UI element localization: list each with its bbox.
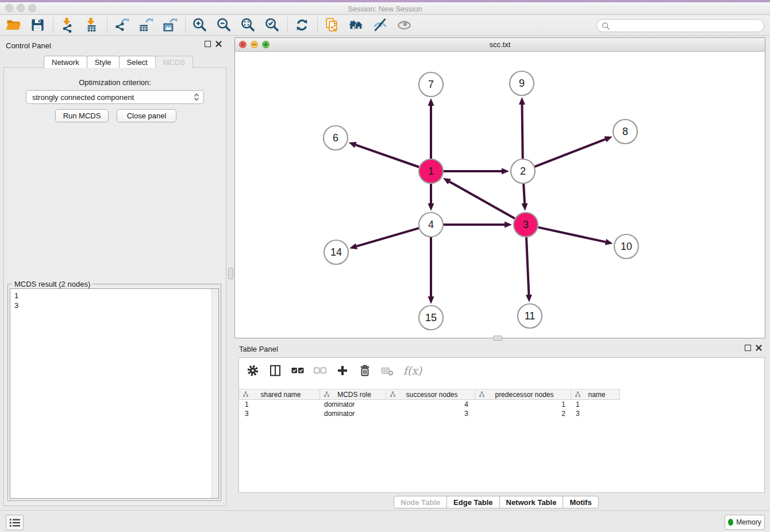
criterion-selected-value: strongly connected component <box>32 93 193 102</box>
graph-node-label: 9 <box>519 78 525 89</box>
tab-style[interactable]: Style <box>87 56 120 68</box>
run-mcds-button[interactable]: Run MCDS <box>55 109 109 122</box>
column-header-predecessor-nodes[interactable]: predecessor nodes <box>475 390 571 399</box>
task-history-button[interactable] <box>6 515 24 530</box>
show-all-networks-button[interactable] <box>347 17 364 34</box>
select-all-columns-button[interactable] <box>291 364 305 377</box>
export-table-button[interactable] <box>137 17 154 34</box>
graph-edge-arrowhead <box>526 295 532 302</box>
show-graphics-details-icon <box>372 17 388 33</box>
network-view-window: scc.txt 1234678910111415 <box>234 37 765 338</box>
table-cell[interactable]: dominator <box>320 410 386 419</box>
show-graphics-details-button[interactable] <box>371 17 388 34</box>
network-canvas[interactable]: 1234678910111415 <box>235 52 765 337</box>
graph-edge-1-6[interactable] <box>356 145 419 167</box>
function-builder-icon: f(x) <box>403 364 422 377</box>
memory-label: Memory <box>736 518 761 526</box>
table-cell[interactable]: 1 <box>475 400 571 410</box>
unselect-all-columns-button[interactable] <box>313 364 327 377</box>
graph-edge-2-3[interactable] <box>523 184 525 203</box>
tab-select[interactable]: Select <box>119 56 156 68</box>
mcds-result-text[interactable]: 13 <box>10 288 219 499</box>
tab-node-table[interactable]: Node Table <box>394 496 447 508</box>
graph-edge-arrowhead <box>349 142 357 148</box>
mcds-panel: Optimization criterion: strongly connect… <box>3 67 226 506</box>
close-panel-button[interactable]: Close panel <box>117 109 176 122</box>
table-cell[interactable]: 2 <box>475 410 571 419</box>
graph-edge-3-10[interactable] <box>538 228 605 242</box>
graph-node-label: 1 <box>428 165 434 177</box>
tab-edge-table[interactable]: Edge Table <box>446 496 499 508</box>
table-cell[interactable]: 1 <box>239 400 320 410</box>
search-input[interactable] <box>613 21 759 30</box>
export-image-button[interactable] <box>161 17 178 34</box>
vertical-splitter-grip[interactable] <box>228 268 233 279</box>
graph-edge-2-8[interactable] <box>535 139 606 167</box>
zoom-in-button[interactable] <box>191 17 208 34</box>
optimization-criterion-select[interactable]: strongly connected component <box>26 90 204 104</box>
tab-network-table[interactable]: Network Table <box>499 496 564 508</box>
float-table-panel-icon[interactable] <box>745 345 751 351</box>
column-header-name[interactable]: name <box>571 390 620 399</box>
result-scrollbar[interactable] <box>211 289 218 498</box>
toolbar-separator <box>317 17 318 33</box>
status-bar: Memory <box>0 510 770 532</box>
column-header-successor-nodes[interactable]: successor nodes <box>386 390 475 399</box>
float-panel-icon[interactable] <box>205 41 211 47</box>
column-type-icon <box>479 391 485 398</box>
graph-edge-arrowhead <box>519 97 525 105</box>
table-cell[interactable]: 3 <box>239 410 320 419</box>
graph-node-label: 15 <box>425 312 437 323</box>
open-session-button[interactable] <box>5 17 22 34</box>
apply-preferred-layout-icon <box>294 17 310 33</box>
new-network-from-selection-button[interactable] <box>323 17 340 34</box>
mcds-result-title: MCDS result (2 nodes) <box>12 280 93 288</box>
graph-edge-2-9[interactable] <box>522 105 522 159</box>
import-table-from-file-button[interactable] <box>83 17 100 34</box>
table-cell[interactable]: 3 <box>386 410 475 419</box>
column-header-label: predecessor nodes <box>485 391 571 399</box>
apply-preferred-layout-button[interactable] <box>293 17 310 34</box>
show-all-networks-icon <box>348 17 364 33</box>
graph-edge-4-14[interactable] <box>357 228 419 246</box>
tab-motifs[interactable]: Motifs <box>563 496 598 508</box>
table-cell[interactable]: 3 <box>571 410 620 419</box>
close-panel-icon[interactable] <box>215 41 222 47</box>
export-image-icon <box>162 17 178 33</box>
network-window-titlebar[interactable]: scc.txt <box>235 38 765 52</box>
graph-edge-arrowhead <box>605 239 613 245</box>
export-network-button[interactable] <box>113 17 130 34</box>
table-mode-settings-button[interactable] <box>246 364 260 377</box>
open-session-icon <box>6 17 21 33</box>
delete-columns-button[interactable] <box>358 364 372 377</box>
horizontal-splitter-grip[interactable] <box>493 336 502 341</box>
tab-network[interactable]: Network <box>44 56 87 68</box>
function-builder-button: f(x) <box>403 364 422 377</box>
show-hide-columns-button[interactable] <box>268 364 282 377</box>
tab-mcds[interactable]: MCDS <box>155 56 193 68</box>
graph-edge-3-1[interactable] <box>449 182 515 218</box>
graph-edge-3-11[interactable] <box>526 237 529 295</box>
save-session-button[interactable] <box>29 17 46 34</box>
zoom-out-button[interactable] <box>215 17 232 34</box>
toggle-birdseye-view-button[interactable] <box>395 17 413 34</box>
memory-button[interactable]: Memory <box>725 515 765 530</box>
table-row[interactable]: 3dominator323 <box>239 410 764 419</box>
main-toolbar <box>0 15 770 36</box>
zoom-selected-button[interactable] <box>263 17 280 34</box>
select-stepper-icon <box>193 92 200 102</box>
toolbar-separator <box>185 17 186 33</box>
table-cell[interactable]: 4 <box>386 400 475 410</box>
table-cell[interactable]: 1 <box>571 400 620 410</box>
graph-node-label: 3 <box>523 219 529 230</box>
close-table-panel-icon[interactable] <box>756 345 762 351</box>
table-cell[interactable]: dominator <box>320 400 386 410</box>
search-field[interactable] <box>596 19 764 32</box>
create-new-column-button[interactable] <box>336 364 349 377</box>
table-row[interactable]: 1dominator411 <box>239 400 764 410</box>
zoom-fit-content-button[interactable] <box>239 17 256 34</box>
graph-node-label: 2 <box>520 165 526 177</box>
column-header-MCDS-role[interactable]: MCDS role <box>320 390 386 399</box>
column-header-shared-name[interactable]: shared name <box>239 390 320 399</box>
import-network-from-file-button[interactable] <box>59 17 76 34</box>
